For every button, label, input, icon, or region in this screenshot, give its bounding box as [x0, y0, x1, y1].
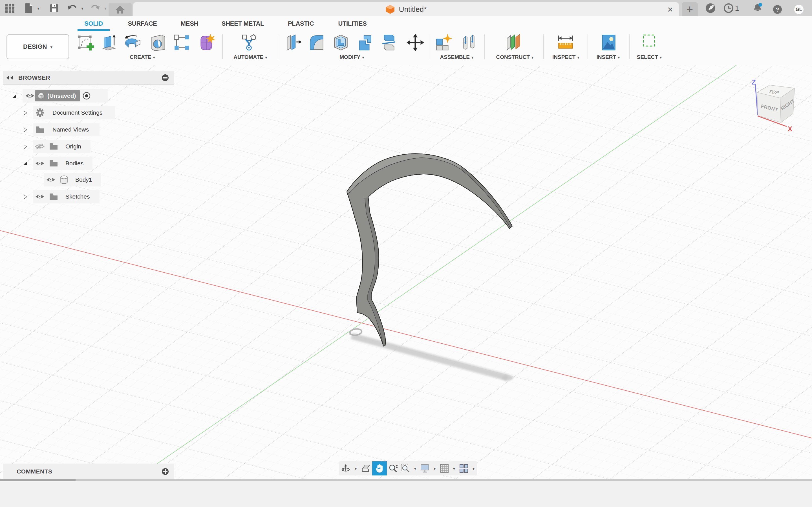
group-create[interactable]: CREATE▾ [130, 54, 155, 60]
viewcube[interactable]: TOP FRONT RIGHT Z X [752, 78, 796, 133]
file-menu-icon[interactable] [22, 0, 35, 16]
construction-plane-icon[interactable] [505, 33, 523, 52]
body1-solid[interactable] [347, 154, 512, 346]
comments-title: COMMENTS [17, 468, 52, 475]
orbit-icon[interactable] [339, 461, 352, 475]
document-tab[interactable]: Untitled* × [133, 2, 679, 16]
design-dropdown[interactable]: DESIGN ▾ [6, 34, 69, 59]
orbit-caret[interactable]: ▾ [352, 461, 359, 475]
offset-face-icon[interactable] [379, 33, 398, 52]
save-button[interactable] [48, 0, 60, 16]
add-comment-icon[interactable] [161, 467, 169, 475]
grid-snaps-icon[interactable] [438, 461, 451, 475]
group-construct[interactable]: CONSTRUCT▾ [496, 54, 534, 60]
expanded-arrow-icon[interactable] [23, 161, 28, 166]
tab-mesh[interactable]: MESH [181, 16, 198, 31]
redo-caret[interactable]: ▾ [102, 0, 109, 16]
tab-plastic[interactable]: PLASTIC [288, 16, 314, 31]
automate-icon[interactable] [240, 33, 258, 52]
extensions-icon[interactable] [704, 0, 717, 16]
tab-solid[interactable]: SOLID [84, 16, 103, 31]
visibility-eye-icon[interactable] [35, 193, 45, 200]
zoom-window-caret[interactable]: ▾ [412, 461, 419, 475]
zoom-icon[interactable] [387, 461, 399, 475]
viewcube-front-face[interactable] [757, 93, 781, 122]
group-select[interactable]: SELECT▾ [637, 54, 662, 60]
browser-display-toggle-icon[interactable] [161, 74, 169, 82]
press-pull-icon[interactable] [284, 33, 303, 52]
model-viewport[interactable]: TOP FRONT RIGHT Z X [0, 65, 812, 479]
display-settings-icon[interactable] [419, 461, 431, 475]
folder-icon [49, 193, 58, 200]
ribbon-toolbar: DESIGN ▾ [0, 31, 812, 66]
redo-button[interactable] [89, 0, 101, 16]
app-grid-icon[interactable] [3, 0, 16, 16]
zoom-window-icon[interactable] [399, 461, 412, 475]
home-tab[interactable] [109, 3, 132, 16]
move-copy-icon[interactable] [406, 33, 424, 52]
file-menu-caret[interactable]: ▾ [35, 0, 42, 16]
collapsed-arrow-icon[interactable] [23, 111, 28, 115]
create-sketch-icon[interactable] [76, 33, 95, 52]
look-at-icon[interactable] [359, 461, 372, 475]
viewcube-top-face[interactable] [757, 85, 795, 98]
fillet-icon[interactable] [307, 33, 326, 52]
browser-row-document-settings[interactable]: Document Settings [33, 106, 115, 119]
revolve-icon[interactable] [123, 33, 142, 52]
browser-row-named-views[interactable]: Named Views [33, 123, 100, 136]
viewcube-right-face[interactable] [780, 88, 795, 122]
help-icon[interactable]: ? [773, 5, 782, 14]
browser-row-sketches[interactable]: Sketches [33, 190, 100, 203]
group-inspect[interactable]: INSPECT▾ [552, 54, 579, 60]
browser-row-root[interactable]: (Unsaved) [22, 89, 108, 103]
new-component-icon[interactable] [434, 33, 453, 52]
undo-caret[interactable]: ▾ [79, 0, 86, 16]
group-assemble[interactable]: ASSEMBLE▾ [440, 54, 473, 60]
joint-icon[interactable] [460, 33, 478, 52]
comments-panel-header[interactable]: COMMENTS [3, 464, 174, 480]
browser-panel-header[interactable]: BROWSER [3, 71, 174, 84]
viewports-caret[interactable]: ▾ [470, 461, 477, 475]
create-form-icon[interactable] [197, 33, 215, 52]
browser-row-body1[interactable]: Body1 [44, 173, 101, 186]
timeline-scroll-track[interactable] [0, 479, 812, 481]
group-modify[interactable]: MODIFY▾ [340, 54, 364, 60]
combine-icon[interactable] [356, 33, 374, 52]
expanded-arrow-icon[interactable] [12, 94, 17, 99]
group-insert[interactable]: INSERT▾ [596, 54, 620, 60]
viewports-icon[interactable] [458, 461, 470, 475]
display-settings-caret[interactable]: ▾ [431, 461, 438, 475]
insert-image-icon[interactable] [599, 33, 618, 52]
collapsed-arrow-icon[interactable] [23, 128, 28, 132]
tab-utilities[interactable]: UTILITIES [338, 16, 366, 31]
ribbon-tab-row: SOLID SURFACE MESH SHEET METAL PLASTIC U… [0, 16, 812, 31]
browser-row-bodies[interactable]: Bodies [33, 157, 93, 170]
visibility-eye-icon[interactable] [35, 160, 45, 167]
tab-sheet-metal[interactable]: SHEET METAL [221, 16, 264, 31]
collapse-browser-icon[interactable] [6, 75, 14, 80]
avatar[interactable]: GL [794, 5, 804, 14]
collapsed-arrow-icon[interactable] [23, 145, 28, 149]
new-tab-button[interactable]: + [682, 2, 698, 16]
rectangular-pattern-icon[interactable] [172, 33, 191, 52]
undo-button[interactable] [66, 0, 79, 16]
select-icon[interactable] [641, 33, 659, 52]
timeline-scroll-thumb[interactable] [0, 479, 75, 481]
tab-surface[interactable]: SURFACE [128, 16, 157, 31]
visibility-eye-icon[interactable] [46, 176, 56, 183]
visibility-off-eye-icon[interactable] [35, 143, 45, 150]
measure-icon[interactable] [556, 33, 575, 52]
pan-tool-active[interactable] [372, 461, 387, 475]
extrude-icon[interactable] [100, 33, 119, 52]
shell-icon[interactable] [332, 33, 350, 52]
visibility-eye-icon[interactable] [25, 93, 35, 99]
hole-icon[interactable] [149, 33, 167, 52]
root-component-selected[interactable]: (Unsaved) [35, 90, 80, 101]
group-automate[interactable]: AUTOMATE▾ [234, 54, 267, 60]
close-tab-icon[interactable]: × [664, 3, 677, 16]
browser-row-origin[interactable]: Origin [33, 140, 91, 153]
grid-snaps-caret[interactable]: ▾ [451, 461, 458, 475]
collapsed-arrow-icon[interactable] [23, 194, 28, 199]
activate-radio[interactable] [82, 92, 91, 100]
notifications-bell-icon[interactable] [751, 0, 764, 16]
